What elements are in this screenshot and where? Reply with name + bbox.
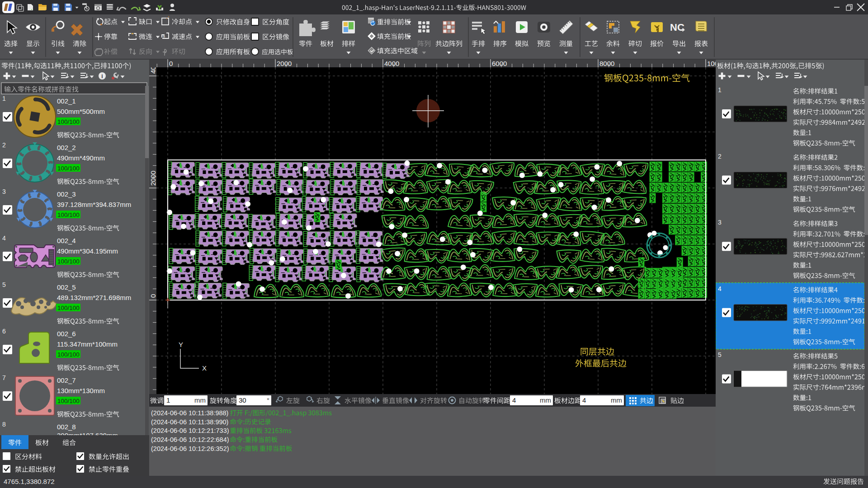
svg-text:130mm*130mm: 130mm*130mm [57,387,105,394]
svg-text:0: 0 [149,294,157,298]
svg-text:100/100: 100/100 [57,351,80,358]
svg-text:002_8: 002_8 [57,423,76,431]
svg-text:8000: 8000 [599,60,614,67]
svg-text:3: 3 [2,188,6,195]
svg-text:489.132mm*271.698mm: 489.132mm*271.698mm [57,294,131,301]
svg-text:490mm*490mm: 490mm*490mm [57,154,105,162]
svg-text:2: 2 [718,153,722,160]
svg-text:(2024-06-06 10:11:38:990): (2024-06-06 10:11:38:990) [151,418,228,426]
svg-text:4: 4 [512,396,516,404]
svg-text:100/100: 100/100 [57,398,80,404]
svg-text:2: 2 [2,141,6,149]
svg-text:4000: 4000 [384,60,399,67]
svg-text:100/100: 100/100 [57,165,80,172]
svg-text:2000: 2000 [277,60,292,67]
svg-text:002_6: 002_6 [57,330,76,338]
svg-text:1: 1 [718,86,722,94]
svg-text:500mm*500mm: 500mm*500mm [57,108,105,115]
svg-text:002_5: 002_5 [57,283,76,291]
svg-text:0: 0 [169,60,173,67]
svg-text:i: i [101,73,103,80]
svg-text:002_1: 002_1 [57,97,76,105]
svg-text:Y: Y [179,341,183,348]
svg-text:3: 3 [718,219,722,226]
svg-text:(2024-06-06 10:12:22:684): (2024-06-06 10:12:22:684) [151,436,229,443]
svg-text:115.347mm*100mm: 115.347mm*100mm [57,340,118,348]
svg-text:NC: NC [670,22,684,33]
svg-text:°: ° [267,396,269,404]
svg-text:(2024-06-06 10:12:26:352): (2024-06-06 10:12:26:352) [151,445,229,452]
svg-text:490mm*304.195mm: 490mm*304.195mm [57,247,118,255]
svg-text:002_7: 002_7 [57,376,76,384]
svg-text:100/100: 100/100 [57,305,80,311]
svg-text:002_2: 002_2 [57,144,76,151]
svg-text:4: 4 [2,235,6,242]
svg-text:4765.1,3380.872: 4765.1,3380.872 [4,478,55,485]
svg-text:100/100: 100/100 [57,118,80,125]
svg-text:002_4: 002_4 [57,237,76,244]
svg-text:7: 7 [2,374,6,381]
svg-text:X: X [202,364,207,372]
svg-text:(2024-06-06 10:11:38:988): (2024-06-06 10:11:38:988) [151,409,228,417]
svg-text:397.128mm*394.837mm: 397.128mm*394.837mm [57,201,131,208]
svg-text:5: 5 [2,281,6,288]
svg-text:6: 6 [2,328,6,335]
svg-text:100/100: 100/100 [57,211,80,218]
svg-text:a: a [163,34,165,38]
svg-text:(2024-06-06 10:12:21:733): (2024-06-06 10:12:21:733) [151,427,229,434]
svg-text:2000: 2000 [149,171,157,186]
svg-text:6000: 6000 [492,60,507,67]
svg-text:1: 1 [166,396,170,404]
svg-text:4: 4 [582,396,586,404]
svg-text:mm: mm [194,396,206,404]
svg-text:002_3: 002_3 [57,190,76,198]
svg-text:5: 5 [718,351,722,358]
svg-text:1: 1 [2,95,6,102]
svg-text:30: 30 [239,396,246,404]
svg-text:8: 8 [2,421,6,428]
svg-text:100/100: 100/100 [57,258,80,265]
svg-text:mm: mm [611,396,622,404]
svg-text:mm: mm [540,396,551,404]
svg-text:4: 4 [718,285,722,292]
